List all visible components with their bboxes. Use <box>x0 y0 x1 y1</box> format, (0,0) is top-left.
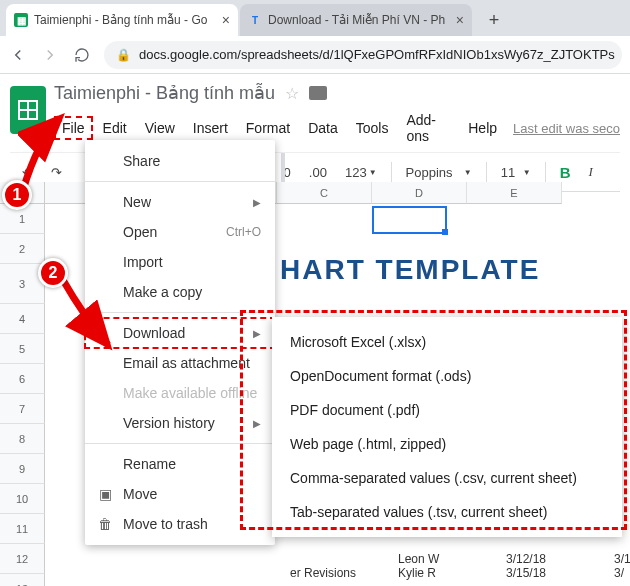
back-button[interactable] <box>8 45 28 65</box>
redo-button[interactable]: ↷ <box>47 163 66 182</box>
folder-icon[interactable] <box>309 86 327 100</box>
download-xlsx[interactable]: Microsoft Excel (.xlsx) <box>272 325 622 359</box>
tab-title: Download - Tải Miễn Phí VN - Ph <box>268 13 450 27</box>
row-header[interactable]: 11 <box>0 514 45 544</box>
menu-offline: Make available offline <box>85 378 275 408</box>
menu-share[interactable]: Share <box>85 146 275 176</box>
address-bar[interactable]: 🔒 docs.google.com/spreadsheets/d/1lQFxeG… <box>104 41 622 69</box>
menu-tools[interactable]: Tools <box>348 116 397 140</box>
italic-button[interactable]: I <box>585 162 597 182</box>
row-header[interactable]: 5 <box>0 334 45 364</box>
download-csv[interactable]: Comma-separated values (.csv, current sh… <box>272 461 622 495</box>
menu-email-attachment[interactable]: Email as attachment <box>85 348 275 378</box>
row-header[interactable]: 6 <box>0 364 45 394</box>
row-header[interactable]: 12 <box>0 544 45 574</box>
bold-button[interactable]: B <box>556 162 575 183</box>
menu-view[interactable]: View <box>137 116 183 140</box>
row-header[interactable]: 7 <box>0 394 45 424</box>
site-favicon: T <box>248 13 262 27</box>
menu-insert[interactable]: Insert <box>185 116 236 140</box>
url-text: docs.google.com/spreadsheets/d/1lQFxeGPO… <box>139 47 615 62</box>
browser-toolbar: 🔒 docs.google.com/spreadsheets/d/1lQFxeG… <box>0 36 630 74</box>
browser-tab-inactive[interactable]: T Download - Tải Miễn Phí VN - Ph × <box>240 4 472 36</box>
row-header[interactable]: 9 <box>0 454 45 484</box>
menu-import[interactable]: Import <box>85 247 275 277</box>
annotation-badge-1: 1 <box>2 180 32 210</box>
tab-title: Taimienphi - Bảng tính mẫu - Go <box>34 13 216 27</box>
menu-addons[interactable]: Add-ons <box>398 108 458 148</box>
undo-button[interactable]: ↶ <box>18 163 37 182</box>
row-header[interactable]: 2 <box>0 234 45 264</box>
download-pdf[interactable]: PDF document (.pdf) <box>272 393 622 427</box>
browser-tab-strip: ▦ Taimienphi - Bảng tính mẫu - Go × T Do… <box>0 0 630 36</box>
download-tsv[interactable]: Tab-separated values (.tsv, current shee… <box>272 495 622 529</box>
menu-move-trash[interactable]: 🗑Move to trash <box>85 509 275 539</box>
decrease-decimal[interactable]: .0 <box>276 163 295 182</box>
menu-file[interactable]: File <box>54 116 93 140</box>
sheets-favicon: ▦ <box>14 13 28 27</box>
menu-open[interactable]: OpenCtrl+O <box>85 217 275 247</box>
visible-data-rows: Leon W3/12/183/15 er RevisionsKylie R3/1… <box>290 552 630 580</box>
menu-move[interactable]: ▣Move <box>85 479 275 509</box>
increase-decimal[interactable]: .00 <box>305 163 331 182</box>
row-header[interactable]: 4 <box>0 304 45 334</box>
star-icon[interactable]: ☆ <box>285 84 299 103</box>
sheet-title-text: HART TEMPLATE <box>280 254 540 286</box>
selected-cell[interactable] <box>372 206 447 234</box>
row-header[interactable]: 8 <box>0 424 45 454</box>
menu-format[interactable]: Format <box>238 116 298 140</box>
download-ods[interactable]: OpenDocument format (.ods) <box>272 359 622 393</box>
font-size[interactable]: 11 ▼ <box>497 163 535 182</box>
menu-help[interactable]: Help <box>460 116 505 140</box>
folder-icon: ▣ <box>97 486 113 502</box>
trash-icon: 🗑 <box>97 516 113 532</box>
menu-make-copy[interactable]: Make a copy <box>85 277 275 307</box>
menu-download[interactable]: Download▶ <box>85 318 275 348</box>
last-edit-link[interactable]: Last edit was seco <box>513 121 620 136</box>
lock-icon: 🔒 <box>116 48 131 62</box>
col-header[interactable]: D <box>372 182 467 204</box>
col-header[interactable]: E <box>467 182 562 204</box>
forward-button <box>40 45 60 65</box>
menu-edit[interactable]: Edit <box>95 116 135 140</box>
annotation-badge-2: 2 <box>38 258 68 288</box>
reload-button[interactable] <box>72 45 92 65</box>
menu-new[interactable]: New▶ <box>85 187 275 217</box>
download-submenu: Microsoft Excel (.xlsx) OpenDocument for… <box>272 317 622 537</box>
close-icon[interactable]: × <box>456 12 464 28</box>
menu-rename[interactable]: Rename <box>85 449 275 479</box>
menu-version-history[interactable]: Version history▶ <box>85 408 275 438</box>
close-icon[interactable]: × <box>222 12 230 28</box>
sheets-logo[interactable] <box>10 86 46 134</box>
row-header[interactable]: 13 <box>0 574 45 586</box>
menu-data[interactable]: Data <box>300 116 346 140</box>
col-header[interactable]: C <box>277 182 372 204</box>
number-format[interactable]: 123▼ <box>341 163 381 182</box>
row-header[interactable]: 10 <box>0 484 45 514</box>
browser-tab-active[interactable]: ▦ Taimienphi - Bảng tính mẫu - Go × <box>6 4 238 36</box>
file-menu-dropdown: Share New▶ OpenCtrl+O Import Make a copy… <box>85 140 275 545</box>
download-html[interactable]: Web page (.html, zipped) <box>272 427 622 461</box>
document-title[interactable]: Taimienphi - Bảng tính mẫu <box>54 82 275 104</box>
new-tab-button[interactable]: + <box>480 6 508 34</box>
font-picker[interactable]: Poppins ▼ <box>402 163 476 182</box>
